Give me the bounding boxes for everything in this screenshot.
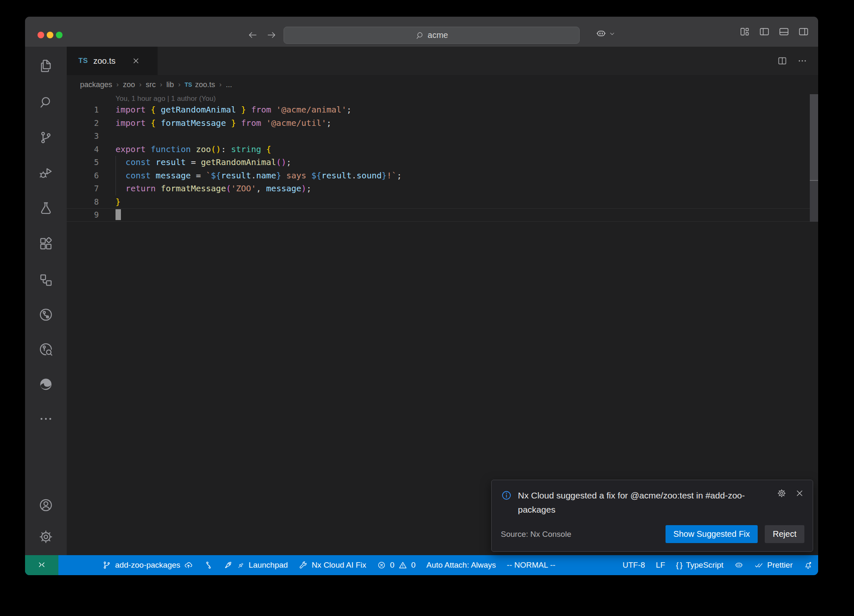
activitybar-references-icon[interactable] — [38, 273, 53, 288]
code-line: 9 — [67, 208, 818, 222]
line-number: 5 — [67, 156, 99, 169]
notification-settings-icon[interactable] — [777, 488, 786, 498]
activitybar-gitlens-inspect-icon[interactable] — [38, 342, 53, 357]
statusbar-label: -- NORMAL -- — [507, 561, 555, 570]
code-text: } — [116, 195, 121, 209]
code-text: const message = `${result.name} says ${r… — [116, 169, 402, 183]
code-text: return formatMessage('ZOO', message); — [116, 182, 311, 195]
activitybar-search-icon[interactable] — [38, 95, 53, 110]
info-icon — [501, 490, 512, 501]
activitybar-run-debug-icon[interactable] — [38, 165, 53, 180]
activitybar-settings-gear-icon[interactable] — [38, 529, 53, 544]
statusbar-label: Nx Cloud AI Fix — [311, 561, 366, 570]
activitybar-gitlens-icon[interactable] — [38, 307, 53, 322]
line-number: 3 — [67, 130, 99, 143]
window-close-button[interactable] — [38, 32, 44, 38]
breadcrumb-segment[interactable]: packages — [80, 80, 112, 89]
split-editor-icon[interactable] — [777, 56, 787, 66]
warning-icon — [398, 561, 407, 570]
code-line: 5 const result = getRandomAnimal(); — [67, 156, 818, 169]
editor-more-actions-icon[interactable] — [797, 56, 807, 66]
copilot-menu[interactable] — [595, 28, 616, 39]
code-text: import { getRandomAnimal } from '@acme/a… — [116, 103, 352, 117]
typescript-file-icon: TS — [185, 81, 192, 88]
statusbar-auto-attach[interactable]: Auto Attach: Always — [421, 555, 501, 575]
bell-dot-icon — [804, 561, 813, 570]
breadcrumb-overflow[interactable]: ... — [226, 80, 232, 89]
statusbar-label: UTF-8 — [623, 561, 645, 570]
line-number: 8 — [67, 195, 99, 209]
window-minimize-button[interactable] — [47, 32, 53, 38]
statusbar-label: add-zoo-packages — [115, 561, 180, 570]
code-text: import { formatMessage } from '@acme/uti… — [116, 117, 332, 130]
breadcrumb-file[interactable]: TSzoo.ts — [185, 80, 215, 89]
wrench-icon — [299, 561, 308, 570]
activitybar-account-icon[interactable] — [38, 498, 53, 513]
line-number: 1 — [67, 103, 99, 117]
statusbar-vim-mode[interactable]: -- NORMAL -- — [501, 555, 560, 575]
activitybar-source-control-icon[interactable] — [38, 130, 53, 145]
activitybar-extensions-icon[interactable] — [38, 236, 53, 251]
tab-close-icon[interactable] — [132, 57, 140, 65]
editor-cursor — [116, 209, 121, 220]
breadcrumb-separator-icon: › — [219, 80, 222, 89]
statusbar-language[interactable]: { }TypeScript — [671, 555, 729, 575]
statusbar-label: Auto Attach: Always — [426, 561, 496, 570]
code-line: 4export function zoo(): string { — [67, 143, 818, 156]
statusbar-launchpad[interactable]: Launchpad — [219, 555, 293, 575]
code-line: 6 const message = `${result.name} says $… — [67, 169, 818, 183]
status-bar: add-zoo-packagesLaunchpadNx Cloud AI Fix… — [25, 555, 818, 575]
activitybar-edge-browser-icon[interactable] — [38, 377, 53, 392]
activitybar-explorer-icon[interactable] — [38, 58, 53, 73]
activitybar-testing-icon[interactable] — [38, 201, 53, 216]
line-number: 9 — [67, 208, 99, 222]
back-icon[interactable] — [247, 30, 258, 40]
notification-source: Source: Nx Console — [501, 530, 571, 539]
braces-icon: { } — [676, 561, 682, 570]
code-line: 1import { getRandomAnimal } from '@acme/… — [67, 103, 818, 117]
statusbar-eol[interactable]: LF — [651, 555, 671, 575]
notification-message: Nx Cloud suggested a fix for @acme/zoo:t… — [518, 488, 776, 517]
activitybar-more-icon[interactable] — [38, 411, 53, 426]
line-number: 7 — [67, 182, 99, 195]
toggle-sidebar-right-icon[interactable] — [798, 26, 809, 37]
code-line: 8} — [67, 195, 818, 209]
show-suggested-fix-button[interactable]: Show Suggested Fix — [666, 525, 758, 543]
statusbar-label: 0 — [411, 561, 416, 570]
window-zoom-button[interactable] — [56, 32, 63, 38]
copilot-icon — [595, 28, 607, 39]
statusbar-encoding[interactable]: UTF-8 — [617, 555, 651, 575]
remote-indicator[interactable] — [25, 555, 58, 575]
breadcrumb-separator-icon: › — [178, 80, 181, 89]
statusbar-commit-graph[interactable] — [198, 555, 219, 575]
notification-toast: Nx Cloud suggested a fix for @acme/zoo:t… — [491, 480, 813, 552]
remote-icon — [37, 560, 47, 570]
breadcrumb-separator-icon: › — [160, 80, 162, 89]
statusbar-formatter[interactable]: Prettier — [749, 555, 798, 575]
statusbar-copilot[interactable] — [729, 555, 749, 575]
command-center-search[interactable]: acme — [284, 27, 580, 44]
toggle-panel-icon[interactable] — [779, 26, 789, 37]
code-text — [116, 208, 121, 222]
statusbar-nx-cloud-ai-fix[interactable]: Nx Cloud AI Fix — [293, 555, 372, 575]
statusbar-notifications[interactable] — [798, 555, 818, 575]
breadcrumb-segment[interactable]: src — [146, 80, 156, 89]
notification-close-icon[interactable] — [795, 488, 804, 498]
breadcrumb: packages›zoo›src›lib›TSzoo.ts›... — [67, 75, 818, 94]
forward-icon[interactable] — [266, 30, 277, 40]
statusbar-label: LF — [656, 561, 665, 570]
statusbar-git-branch[interactable]: add-zoo-packages — [97, 555, 198, 575]
statusbar-problems[interactable]: 00 — [372, 555, 421, 575]
reject-button[interactable]: Reject — [765, 525, 804, 543]
statusbar-label: TypeScript — [686, 561, 723, 570]
customize-layout-icon[interactable] — [739, 26, 750, 37]
tab-zoo-ts[interactable]: TS zoo.ts — [67, 47, 158, 75]
copilot-icon — [734, 561, 743, 570]
breadcrumb-segment[interactable]: lib — [166, 80, 174, 89]
breadcrumb-segment[interactable]: zoo — [123, 80, 135, 89]
editor-scrollbar[interactable] — [810, 94, 818, 222]
vscode-window: acme TS zoo.ts — [25, 17, 818, 575]
layout-controls — [739, 26, 809, 37]
toggle-sidebar-left-icon[interactable] — [759, 26, 770, 37]
gitlens-codelens[interactable]: You, 1 hour ago | 1 author (You) — [67, 94, 818, 103]
